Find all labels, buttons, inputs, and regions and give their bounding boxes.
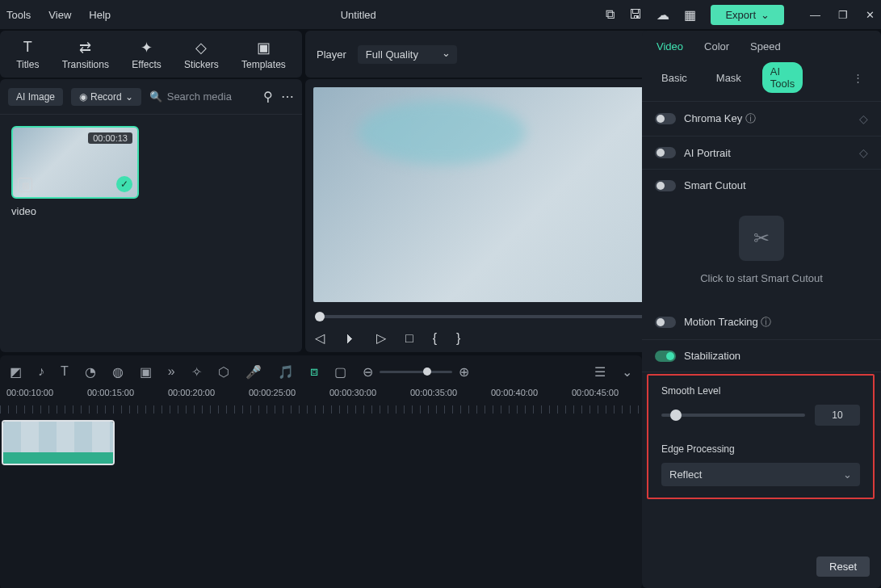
clip-duration: 00:00:13 — [88, 132, 132, 144]
window-title: Untitled — [125, 9, 591, 21]
record-button[interactable]: ◉Record⌄ — [71, 88, 141, 106]
subtab-ai-tools[interactable]: AI Tools — [762, 62, 803, 93]
zoom-handle[interactable] — [423, 368, 431, 376]
chroma-key-row: Chroma Key ⓘ ◇ — [642, 102, 881, 136]
edge-processing-select[interactable]: Reflect — [661, 463, 860, 486]
tab-speed[interactable]: Speed — [750, 40, 781, 54]
speed-icon[interactable]: ◔ — [85, 364, 96, 380]
clip-name: video — [11, 205, 139, 217]
scrub-handle[interactable] — [315, 312, 325, 321]
play-start-icon[interactable]: ⏵ — [344, 331, 357, 346]
zoom-out-icon[interactable]: ⊖ — [363, 364, 373, 380]
more-icon[interactable]: ⋯ — [281, 89, 294, 104]
reset-button[interactable]: Reset — [816, 556, 870, 577]
menu-view[interactable]: View — [48, 9, 71, 21]
mark-out-icon[interactable]: } — [456, 331, 460, 346]
tab-color[interactable]: Color — [704, 40, 729, 54]
mark-in-icon[interactable]: { — [433, 331, 437, 346]
color-icon[interactable]: ◍ — [112, 364, 124, 380]
music-icon[interactable]: 🎵 — [278, 364, 294, 380]
titlebar-actions: ⧉ 🖫 ☁ ▦ Export ⌄ — ❐ ✕ — [606, 5, 875, 25]
magnet-icon[interactable]: ⧈ — [310, 364, 318, 379]
tab-video[interactable]: Video — [657, 40, 683, 54]
ai-portrait-label: AI Portrait — [684, 147, 851, 159]
transitions-tab[interactable]: ⇄Transitions — [62, 39, 109, 70]
timeline-track[interactable] — [0, 415, 642, 588]
more-tools-icon[interactable]: » — [168, 364, 175, 379]
motion-tracking-row: Motion Tracking ⓘ — [642, 305, 881, 340]
crop-icon[interactable]: ◩ — [10, 364, 22, 380]
apps-icon[interactable]: ▦ — [684, 7, 696, 23]
smooth-level-row: 10 — [648, 401, 873, 434]
search-input[interactable]: 🔍 Search media — [149, 90, 255, 103]
settings-icon[interactable]: ⌄ — [622, 364, 632, 380]
stickers-icon: ◇ — [195, 39, 207, 57]
screen-icon[interactable]: ⧉ — [606, 7, 615, 22]
play-icon[interactable]: ▷ — [376, 330, 386, 346]
save-icon[interactable]: 🖫 — [629, 7, 642, 22]
subtab-more-icon[interactable]: ⋮ — [845, 69, 871, 87]
cloud-icon[interactable]: ☁ — [657, 7, 669, 23]
ai-image-button[interactable]: AI Image — [8, 88, 63, 106]
ai-portrait-toggle[interactable] — [655, 147, 676, 158]
timeline-clip[interactable] — [2, 420, 115, 465]
list-icon[interactable]: ☰ — [594, 364, 606, 380]
clip-audio — [3, 452, 113, 464]
maximize-button[interactable]: ❐ — [838, 9, 848, 21]
zoom-in-icon[interactable]: ⊕ — [459, 364, 469, 380]
clip-add-icon[interactable]: ▧ — [18, 178, 32, 192]
titles-icon: T — [23, 39, 32, 57]
chroma-key-toggle[interactable] — [655, 113, 676, 124]
mask-icon[interactable]: ▣ — [140, 364, 152, 380]
menu-help[interactable]: Help — [89, 9, 111, 21]
templates-icon: ▣ — [257, 39, 271, 57]
media-clip[interactable]: 00:00:13 ▧ ✓ video — [11, 126, 139, 217]
smart-cutout-icon: ✂ — [739, 216, 784, 261]
text-icon[interactable]: T — [61, 364, 69, 379]
close-button[interactable]: ✕ — [866, 9, 875, 21]
inspector-panel: Video Color Speed Basic Mask AI Tools ⋮ … — [642, 31, 881, 588]
chevron-down-icon: ⌄ — [761, 9, 770, 21]
subtab-mask[interactable]: Mask — [708, 69, 749, 87]
stabilization-row: Stabilization — [642, 340, 881, 372]
smart-cutout-toggle[interactable] — [655, 180, 676, 191]
minimize-button[interactable]: — — [810, 9, 820, 21]
smart-cutout-hint: Click to start Smart Cutout — [700, 272, 823, 284]
chroma-key-label: Chroma Key ⓘ — [684, 111, 851, 126]
smart-cutout-row: Smart Cutout — [642, 170, 881, 201]
filter-icon[interactable]: ⚲ — [263, 89, 273, 104]
stabilization-toggle[interactable] — [655, 351, 676, 362]
templates-tab[interactable]: ▣Templates — [241, 39, 286, 70]
search-icon: 🔍 — [149, 90, 162, 103]
menu-tools[interactable]: Tools — [6, 9, 31, 21]
stop-icon[interactable]: □ — [405, 331, 413, 346]
ai-portrait-row: AI Portrait ◇ — [642, 136, 881, 170]
effects-tab[interactable]: ✦Effects — [132, 39, 161, 70]
mic-icon[interactable]: 🎤 — [245, 364, 262, 380]
inspector-tabs: Video Color Speed — [642, 31, 881, 54]
keyframe-icon[interactable]: ◇ — [859, 112, 868, 125]
smooth-level-value[interactable]: 10 — [815, 405, 860, 426]
clip-thumbnail[interactable]: 00:00:13 ▧ ✓ — [11, 126, 139, 199]
prev-frame-icon[interactable]: ◁ — [315, 330, 325, 346]
ai-icon[interactable]: ✧ — [191, 364, 202, 380]
marker-icon[interactable]: ⬡ — [218, 364, 229, 380]
subtab-basic[interactable]: Basic — [653, 69, 695, 87]
smooth-level-slider[interactable] — [661, 414, 805, 417]
timeline-ruler[interactable]: 00:00:10:00 00:00:15:00 00:00:20:00 00:0… — [0, 388, 642, 415]
audio-icon[interactable]: ♪ — [38, 364, 44, 379]
chevron-down-icon: ⌄ — [125, 91, 133, 103]
stickers-tab[interactable]: ◇Stickers — [184, 39, 219, 70]
quality-select[interactable]: Full Quality — [358, 45, 457, 64]
zoom-slider[interactable] — [380, 371, 452, 373]
frame-icon[interactable]: ▢ — [334, 364, 346, 380]
smart-cutout-box[interactable]: ✂ Click to start Smart Cutout — [642, 201, 881, 305]
keyframe-icon[interactable]: ◇ — [859, 146, 868, 159]
motion-tracking-toggle[interactable] — [655, 317, 676, 328]
media-panel: AI Image ◉Record⌄ 🔍 Search media ⚲ ⋯ 00:… — [0, 79, 302, 352]
export-button[interactable]: Export ⌄ — [711, 5, 784, 25]
player-label: Player — [317, 48, 346, 61]
titles-tab[interactable]: TTitles — [16, 39, 39, 70]
slider-handle[interactable] — [670, 410, 682, 421]
timeline-toolbar: ◩ ♪ T ◔ ◍ ▣ » ✧ ⬡ 🎤 🎵 ⧈ ▢ ⊖ ⊕ ☰ ⌄ — [0, 355, 642, 388]
